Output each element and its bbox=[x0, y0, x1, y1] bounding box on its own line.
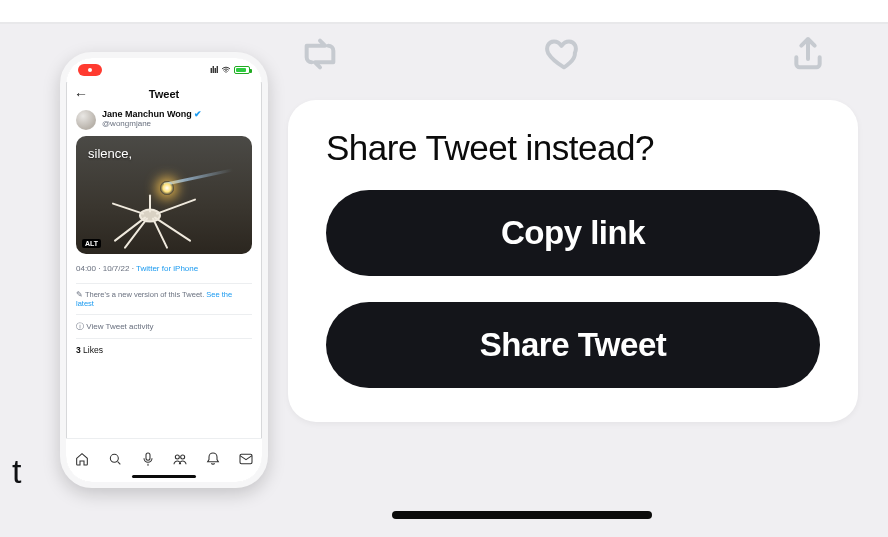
phone-header-title: Tweet bbox=[149, 88, 179, 100]
wifi-icon bbox=[221, 65, 231, 75]
phone-tab-bar bbox=[66, 438, 262, 482]
tweet-date: 10/7/22 bbox=[103, 264, 130, 273]
back-arrow-icon[interactable]: ← bbox=[74, 86, 88, 102]
avatar bbox=[76, 110, 96, 130]
tweet-client[interactable]: Twitter for iPhone bbox=[136, 264, 198, 273]
svg-point-3 bbox=[176, 455, 180, 459]
likes-row[interactable]: 3 Likes bbox=[76, 338, 252, 355]
tweet-author-row[interactable]: Jane Manchun Wong ✔ @wongmjane bbox=[66, 106, 262, 136]
svg-point-1 bbox=[110, 454, 118, 462]
notifications-icon[interactable] bbox=[205, 451, 221, 471]
device-home-indicator bbox=[392, 511, 652, 519]
mic-icon[interactable] bbox=[140, 451, 156, 471]
battery-icon bbox=[234, 66, 250, 74]
signal-icon: ılıl bbox=[210, 65, 218, 75]
status-icons: ılıl bbox=[210, 65, 250, 75]
phone-status-bar: ılıl bbox=[66, 58, 262, 82]
modal-title: Share Tweet instead? bbox=[326, 128, 820, 168]
copy-link-button[interactable]: Copy link bbox=[326, 190, 820, 276]
alt-badge: ALT bbox=[82, 239, 101, 248]
svg-rect-2 bbox=[146, 453, 150, 460]
edit-note: ✎ There's a new version of this Tweet. S… bbox=[76, 283, 252, 308]
tweet-image[interactable]: silence, ALT bbox=[76, 136, 252, 254]
recording-pill-icon bbox=[78, 64, 102, 76]
beam-effect bbox=[164, 169, 233, 186]
communities-icon[interactable] bbox=[172, 451, 188, 471]
retweet-icon bbox=[300, 34, 340, 78]
verified-badge-icon: ✔ bbox=[194, 110, 202, 120]
heart-icon bbox=[544, 34, 584, 78]
tweet-time: 04:00 bbox=[76, 264, 96, 273]
tweet-meta: 04:0010/7/22Twitter for iPhone bbox=[66, 254, 262, 277]
phone-mockup: ılıl ← Tweet Jane Manchun Wong ✔ @wongmj… bbox=[60, 52, 268, 488]
article-top-divider bbox=[0, 0, 888, 24]
phone-header: ← Tweet bbox=[66, 82, 262, 106]
edit-note-text: ✎ There's a new version of this Tweet. bbox=[76, 290, 206, 299]
image-caption: silence, bbox=[88, 146, 132, 161]
svg-rect-5 bbox=[240, 454, 252, 463]
phone-home-indicator bbox=[132, 475, 196, 478]
messages-icon[interactable] bbox=[238, 451, 254, 471]
share-tweet-modal: Share Tweet instead? Copy link Share Twe… bbox=[288, 100, 858, 422]
view-tweet-activity[interactable]: ⓘ View Tweet activity bbox=[76, 314, 252, 332]
home-icon[interactable] bbox=[74, 451, 90, 471]
svg-point-4 bbox=[181, 455, 185, 459]
author-handle: @wongmjane bbox=[102, 120, 202, 129]
share-tweet-button[interactable]: Share Tweet bbox=[326, 302, 820, 388]
bg-tweet-actions bbox=[300, 34, 828, 78]
share-icon bbox=[788, 34, 828, 78]
crab-drawing bbox=[95, 185, 215, 254]
cropped-retweet-icon: t bbox=[12, 452, 21, 491]
search-icon[interactable] bbox=[107, 451, 123, 471]
likes-label: Likes bbox=[81, 345, 103, 355]
